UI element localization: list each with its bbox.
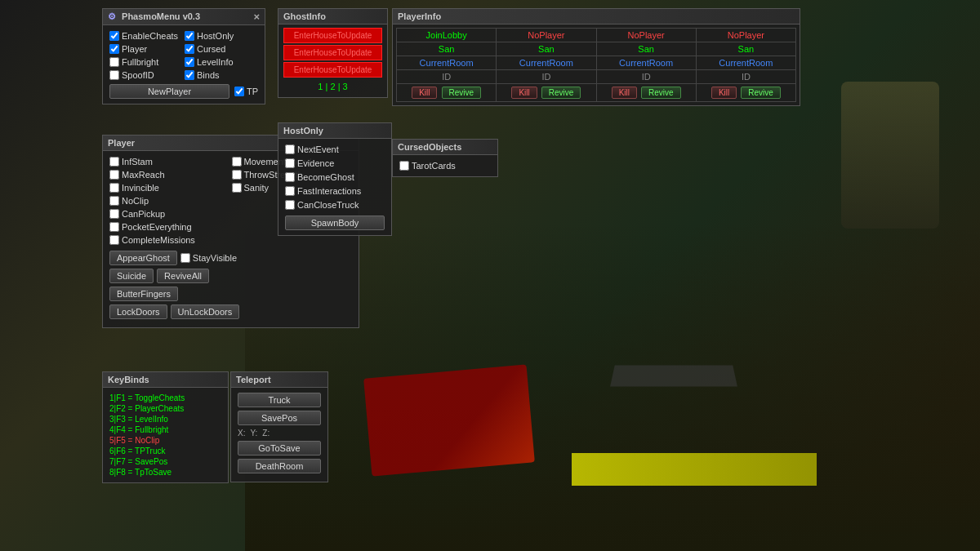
levelinfo-checkbox[interactable]: [185, 57, 194, 67]
enter-house-btn-1[interactable]: EnterHouseToUpdate: [283, 28, 382, 43]
cb-invincible: Invincible: [109, 182, 230, 193]
ghost-page-3[interactable]: 3: [343, 82, 348, 91]
spawn-body-button[interactable]: SpawnBody: [285, 216, 385, 230]
player-info-title: PlayerInfo: [398, 11, 441, 21]
cursed-objects-content: TarotCards: [393, 155, 497, 176]
pi-revive-btn-2[interactable]: Revive: [641, 87, 681, 99]
sanity-checkbox[interactable]: [232, 183, 242, 193]
hostonly-label: HostOnly: [197, 31, 234, 41]
unlockdoors-button[interactable]: UnLockDoors: [171, 304, 240, 319]
pi-kill-btn-1[interactable]: Kill: [511, 87, 537, 99]
pi-san-2: San: [596, 42, 696, 56]
fastinteractions-checkbox[interactable]: [285, 186, 295, 196]
invincible-checkbox[interactable]: [109, 183, 119, 193]
lockdoors-button[interactable]: LockDoors: [109, 304, 167, 319]
butterfingers-button[interactable]: ButterFingers: [109, 287, 178, 301]
cursed-objects-title: CursedObjects: [398, 142, 461, 152]
player-info-header[interactable]: PlayerInfo: [393, 9, 800, 24]
pi-action-3: Kill Revive: [696, 84, 795, 102]
enter-house-btn-2[interactable]: EnterHouseToUpdate: [283, 45, 382, 60]
pi-id-3: ID: [696, 70, 795, 84]
pi-kill-btn-0[interactable]: Kill: [412, 87, 437, 99]
tarotcards-label: TarotCards: [412, 161, 456, 171]
pi-noplayer-3: NoPlayer: [696, 29, 795, 42]
kb-8: 8|F8 = TpToSave: [109, 467, 221, 478]
binds-checkbox[interactable]: [185, 70, 194, 80]
gotosave-button[interactable]: GoToSave: [238, 441, 321, 455]
canpickup-checkbox[interactable]: [109, 209, 119, 219]
throwstrength-checkbox[interactable]: [232, 170, 242, 180]
pi-joinlobby-cell[interactable]: JoinLobby: [397, 29, 497, 42]
enter-house-btn-3[interactable]: EnterHouseToUpdate: [283, 62, 382, 78]
pi-revive-btn-3[interactable]: Revive: [741, 87, 781, 99]
becomeghost-checkbox[interactable]: [285, 172, 295, 182]
kb-6: 6|F6 = TPTruck: [109, 446, 221, 456]
cb-fastinteractions: FastInteractions: [285, 185, 385, 197]
new-player-button[interactable]: NewPlayer: [109, 84, 229, 99]
kb-key-7: 7|F7 = SavePos: [109, 457, 167, 466]
nextevent-label: NextEvent: [297, 144, 339, 154]
cursed-checkbox[interactable]: [185, 44, 194, 54]
canclosetruck-checkbox[interactable]: [285, 200, 295, 210]
fullbright-checkbox[interactable]: [109, 57, 119, 67]
stayvisible-checkbox[interactable]: [180, 253, 190, 263]
ghost-info-header[interactable]: GhostInfo: [278, 9, 387, 24]
phasmo-menu-header[interactable]: ⚙ PhasmoMenu v0.3 ×: [103, 9, 265, 25]
pi-kill-btn-3[interactable]: Kill: [711, 87, 737, 99]
pi-currentroom-0: CurrentRoom: [397, 56, 497, 70]
hostonly-checkbox[interactable]: [185, 31, 194, 41]
stayvisible-label: StayVisible: [193, 253, 237, 263]
cb-infstam: InfStam: [109, 156, 230, 167]
pi-row-joinlobby: JoinLobby NoPlayer NoPlayer NoPlayer: [397, 29, 796, 42]
pi-currentroom-2: CurrentRoom: [596, 56, 696, 70]
pi-revive-btn-0[interactable]: Revive: [442, 87, 482, 99]
maxreach-checkbox[interactable]: [109, 170, 119, 180]
evidence-label: Evidence: [297, 158, 334, 168]
infstam-checkbox[interactable]: [109, 157, 119, 167]
cursed-objects-header[interactable]: CursedObjects: [393, 140, 497, 155]
canclosetruck-label: CanCloseTruck: [297, 200, 359, 210]
suicide-button[interactable]: Suicide: [109, 269, 154, 283]
appear-ghost-button[interactable]: AppearGhost: [109, 251, 177, 265]
pi-kill-btn-2[interactable]: Kill: [612, 87, 637, 99]
nextevent-checkbox[interactable]: [285, 144, 295, 154]
deathroom-button[interactable]: DeathRoom: [238, 459, 321, 473]
pocketeverything-label: PocketEverything: [122, 222, 192, 232]
becomeghost-label: BecomeGhost: [297, 172, 354, 182]
teleport-header[interactable]: Teleport: [231, 372, 327, 388]
spoofid-checkbox[interactable]: [109, 70, 119, 80]
appear-ghost-row: AppearGhost StayVisible: [109, 251, 352, 265]
phasmo-close-button[interactable]: ×: [253, 11, 260, 22]
pi-currentroom-1: CurrentRoom: [497, 56, 596, 70]
completemissions-checkbox[interactable]: [109, 235, 119, 245]
ghost-page-1[interactable]: 1: [318, 82, 323, 91]
evidence-checkbox[interactable]: [285, 158, 295, 168]
player-info-content: JoinLobby NoPlayer NoPlayer NoPlayer San…: [393, 24, 800, 105]
player-checkbox[interactable]: [109, 44, 119, 54]
cb-noclip: NoClip: [109, 195, 230, 207]
truck-button[interactable]: Truck: [238, 393, 321, 407]
noclip-checkbox[interactable]: [109, 196, 119, 206]
enablecheats-checkbox[interactable]: [109, 31, 119, 41]
doors-row: LockDoors UnLockDoors: [109, 304, 352, 319]
phasmo-menu-content: EnableCheats HostOnly Player Cursed Full…: [103, 25, 265, 104]
hostonly-header[interactable]: HostOnly: [278, 123, 391, 139]
tp-checkbox[interactable]: [234, 87, 244, 96]
cb-maxreach: MaxReach: [109, 169, 230, 180]
savepos-button[interactable]: SavePos: [238, 411, 321, 425]
pi-action-0: Kill Revive: [397, 84, 497, 102]
kb-4: 4|F4 = Fullbright: [109, 424, 221, 435]
reviveall-button[interactable]: ReviveAll: [157, 269, 209, 283]
enablecheats-label: EnableCheats: [122, 31, 178, 41]
new-player-row: NewPlayer TP: [109, 84, 258, 99]
movementspeed-checkbox[interactable]: [232, 157, 242, 167]
pi-revive-btn-1[interactable]: Revive: [541, 87, 581, 99]
ghost-page-2[interactable]: 2: [330, 82, 335, 91]
pi-id-0: ID: [397, 70, 497, 84]
game-object-surface: [610, 365, 737, 386]
cursed-objects-panel: CursedObjects TarotCards: [392, 139, 498, 177]
pocketeverything-checkbox[interactable]: [109, 222, 119, 232]
keybinds-header[interactable]: KeyBinds: [103, 372, 228, 388]
completemissions-label: CompleteMissions: [122, 235, 195, 245]
tarotcards-checkbox[interactable]: [399, 161, 409, 171]
